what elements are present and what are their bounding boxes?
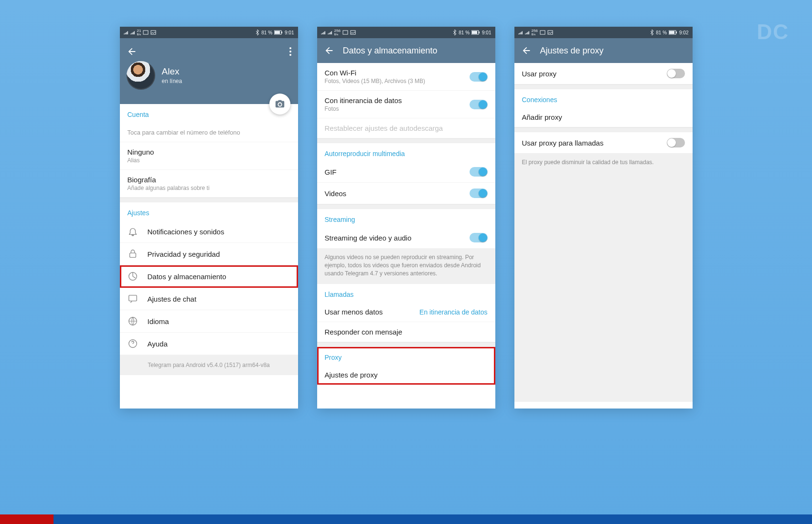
phone-data-storage: 256B/s 81 % 9:01 Datos y almacenamiento …	[317, 27, 495, 409]
appbar-title: Datos y almacenamiento	[343, 46, 438, 56]
version-footer: Telegram para Android v5.4.0 (1517) arm6…	[120, 355, 298, 375]
camera-icon	[275, 99, 285, 109]
signal-icon	[518, 31, 523, 34]
signal-icon	[525, 31, 530, 34]
row-reply-message[interactable]: Responder con mensaje	[317, 322, 495, 342]
signal-icon	[130, 31, 135, 34]
appbar: Ajustes de proxy	[514, 38, 693, 63]
toggle-gif[interactable]	[470, 167, 488, 177]
section-autoplay: Autorreproducir multimedia	[317, 143, 495, 161]
proxy-hint: El proxy puede disminuir la calidad de t…	[514, 154, 693, 402]
sync-icon	[540, 30, 545, 35]
phone-profile-settings: 21B/s 81 % 9:01 Alex en línea	[120, 27, 298, 409]
battery-icon	[471, 30, 480, 35]
status-bar: 21B/s 81 % 9:01	[120, 27, 298, 38]
status-bar: 256B/s 81 % 9:01	[317, 27, 495, 38]
chat-icon	[128, 293, 138, 304]
row-alias[interactable]: Ninguno Alias	[120, 142, 298, 170]
profile-header: Alex en línea	[120, 38, 298, 104]
svg-rect-13	[472, 31, 477, 34]
bluetooth-icon	[256, 30, 259, 35]
row-gif[interactable]: GIF	[317, 161, 495, 183]
row-wifi[interactable]: Con Wi-Fi Fotos, Videos (15 MB), Archivo…	[317, 63, 495, 91]
picture-icon	[150, 30, 156, 35]
row-notifications[interactable]: Notificaciones y sonidos	[120, 220, 298, 243]
globe-icon	[128, 316, 138, 326]
toggle-videos[interactable]	[470, 189, 488, 198]
lock-icon	[128, 249, 138, 259]
section-proxy: Proxy	[317, 347, 495, 365]
proxy-highlight: Proxy Ajustes de proxy	[317, 347, 495, 385]
row-bio[interactable]: Biografía Añade algunas palabras sobre t…	[120, 170, 298, 198]
appbar: Datos y almacenamiento	[317, 38, 495, 63]
svg-rect-7	[128, 295, 137, 301]
section-connections: Conexiones	[514, 89, 693, 107]
bell-icon	[128, 226, 138, 237]
streaming-hint: Algunos videos no se pueden reproducir e…	[317, 249, 495, 284]
sync-icon	[342, 30, 348, 35]
status-bar: 256B/s 81 % 9:02	[514, 27, 693, 38]
toggle-use-proxy[interactable]	[667, 69, 685, 78]
svg-rect-18	[669, 31, 674, 34]
back-icon[interactable]	[127, 46, 137, 57]
sync-icon	[143, 30, 149, 35]
row-reset-autodownload: Restablecer ajustes de autodescarga	[317, 118, 495, 138]
row-proxy-settings[interactable]: Ajustes de proxy	[317, 365, 495, 385]
battery-icon	[669, 30, 677, 35]
row-privacy[interactable]: Privacidad y seguridad	[120, 243, 298, 265]
svg-rect-4	[281, 31, 282, 33]
svg-rect-3	[275, 31, 280, 34]
row-data-storage[interactable]: Datos y almacenamiento	[120, 265, 298, 288]
svg-rect-10	[343, 31, 348, 34]
picture-icon	[547, 30, 553, 35]
toggle-wifi[interactable]	[470, 72, 488, 82]
row-roaming[interactable]: Con itinerancia de datos Fotos	[317, 91, 495, 118]
watermark: DC	[757, 20, 789, 44]
row-help[interactable]: Ayuda	[120, 333, 298, 355]
signal-icon	[321, 31, 326, 34]
signal-icon	[124, 31, 128, 34]
back-icon[interactable]	[324, 45, 334, 56]
data-icon	[128, 271, 138, 282]
help-icon	[128, 338, 138, 349]
picture-icon	[350, 30, 356, 35]
profile-name: Alex	[162, 66, 182, 77]
signal-icon	[328, 31, 332, 34]
svg-rect-0	[143, 31, 148, 34]
section-streaming: Streaming	[317, 209, 495, 227]
row-language[interactable]: Idioma	[120, 310, 298, 333]
bottom-bar	[0, 514, 812, 524]
less-data-value: En itinerancia de datos	[419, 308, 487, 316]
camera-fab[interactable]	[269, 94, 290, 115]
svg-rect-19	[676, 31, 677, 33]
row-chat-settings[interactable]: Ajustes de chat	[120, 288, 298, 310]
toggle-use-proxy-calls[interactable]	[667, 138, 685, 147]
bluetooth-icon	[453, 30, 457, 35]
svg-rect-14	[479, 31, 480, 33]
svg-rect-15	[540, 31, 545, 34]
svg-rect-5	[129, 253, 136, 257]
back-icon[interactable]	[521, 45, 532, 56]
row-change-phone[interactable]: Toca para cambiar el número de teléfono	[120, 122, 298, 142]
section-calls: Llamadas	[317, 284, 495, 302]
row-less-data[interactable]: Usar menos datos En itinerancia de datos	[317, 302, 495, 322]
toggle-streaming[interactable]	[470, 233, 488, 242]
profile-status: en línea	[162, 78, 182, 84]
row-use-proxy[interactable]: Usar proxy	[514, 63, 693, 84]
phone-proxy-settings: 256B/s 81 % 9:02 Ajustes de proxy Usar p…	[514, 27, 693, 409]
section-settings: Ajustes	[120, 202, 298, 220]
row-streaming[interactable]: Streaming de video y audio	[317, 227, 495, 249]
more-icon[interactable]	[289, 47, 291, 56]
bluetooth-icon	[650, 30, 654, 35]
appbar-title: Ajustes de proxy	[540, 46, 604, 56]
row-add-proxy[interactable]: Añadir proxy	[514, 107, 693, 127]
battery-icon	[274, 30, 283, 35]
toggle-roaming[interactable]	[470, 100, 488, 109]
row-videos-autoplay[interactable]: Videos	[317, 183, 495, 204]
avatar[interactable]	[127, 61, 155, 90]
row-use-proxy-calls[interactable]: Usar proxy para llamadas	[514, 132, 693, 154]
